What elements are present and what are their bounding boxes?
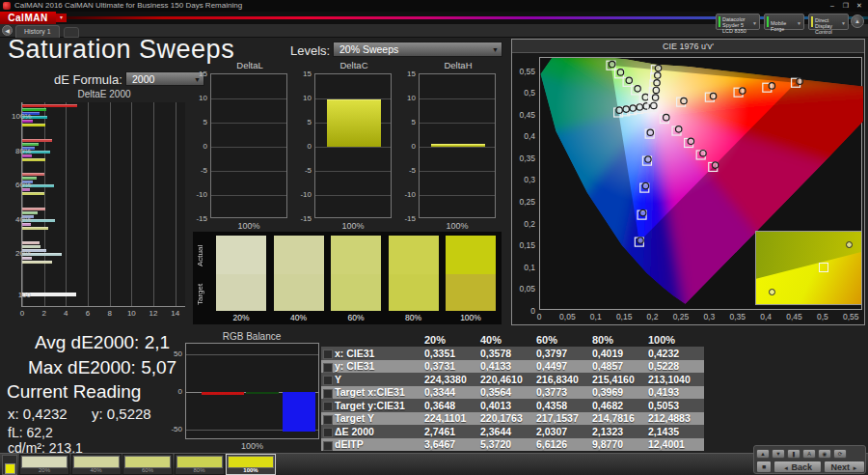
maximize-button[interactable]: ❐	[839, 1, 853, 11]
measured-yellow-80pct	[655, 72, 661, 78]
de-formula-value: 2000	[132, 73, 154, 85]
y-tick-label: -10	[401, 190, 416, 199]
x-tick-label: 10	[124, 309, 138, 318]
measured-blue-100pct	[637, 238, 643, 243]
cie-x-tick: 0	[529, 312, 550, 321]
back-label: Back	[791, 462, 812, 472]
meter-line2: LCD 8350	[722, 28, 749, 34]
y-tick-label: 0	[297, 142, 312, 151]
window-titlebar: CalMAN 2016 CalMAN Ultimate for Business…	[0, 0, 868, 12]
patch-thumb-60%[interactable]: 60%	[122, 454, 173, 475]
inset-measured-dot-0	[846, 241, 853, 248]
mini-bar	[431, 144, 485, 148]
measured-cyan-100pct	[616, 107, 622, 113]
cell-40%-y: CIE31: 0,4133	[480, 360, 536, 372]
row-label: y: CIE31	[333, 360, 424, 372]
swatch-compare-panel: Actual Target 20%40%60%80%100%	[193, 232, 502, 324]
stop-button[interactable]: ■	[756, 461, 772, 473]
de-bar-60%-magenta	[22, 188, 30, 191]
cell-60%-ΔE 2000: 2,0307	[536, 426, 592, 437]
nav-toolbar: ▲▼❚A◉⟳	[754, 446, 867, 460]
toolbar-icon-4[interactable]: ◉	[818, 449, 831, 459]
x-tick-label: 6	[81, 309, 95, 318]
mini-chart-DeltaC: DeltaC151050-5-10-15100%	[297, 60, 397, 234]
patch-thumb-100%[interactable]: 100%	[226, 454, 276, 475]
x-tick-label: 2	[38, 309, 51, 318]
read-continuous-button[interactable]: ▲	[851, 14, 864, 28]
cell-80%-Target y:CIE31: 0,4682	[592, 400, 648, 411]
swatch-label: 100%	[446, 313, 496, 322]
row-selector[interactable]	[321, 373, 333, 386]
cell-60%-Target y:CIE31: 0,4358	[536, 400, 592, 411]
display-control-dropdown[interactable]: Direct Display Control ▼	[808, 14, 849, 30]
levels-dropdown[interactable]: 20% Sweeps ▼	[333, 42, 502, 57]
next-button[interactable]: Next ►	[824, 461, 865, 473]
minimize-button[interactable]: –	[826, 1, 839, 11]
patch-thumb-40%[interactable]: 40%	[71, 454, 122, 475]
patch-thumb-20%[interactable]: 20%	[19, 454, 69, 475]
gridline	[22, 102, 23, 306]
meter-status-icon	[719, 16, 720, 27]
calman-logo[interactable]: CalMAN	[0, 12, 56, 24]
gridline	[211, 147, 286, 148]
toolbar-icon-0[interactable]: ▲	[756, 449, 770, 459]
source-dropdown[interactable]: Mobile Forge ▼	[764, 14, 804, 30]
de-bar-40%-cyan	[22, 219, 55, 222]
measured-blue-40pct	[645, 156, 651, 162]
y-tick-label: 0	[401, 142, 416, 151]
row-selector[interactable]	[321, 438, 333, 452]
dE-summary: Avg dE2000: 2,1 Max dE2000: 5,07	[15, 330, 189, 380]
toolbar-icon-1[interactable]: ▼	[772, 449, 785, 459]
row-selector[interactable]	[321, 412, 333, 426]
mini-xlabel: 100%	[419, 221, 496, 231]
avg-dE2000: Avg dE2000: 2,1	[15, 330, 189, 355]
patch-thumb-80%[interactable]: 80%	[175, 454, 225, 475]
cie-x-tick: 0,2	[642, 312, 664, 321]
row-selector[interactable]	[321, 360, 333, 374]
row-selector[interactable]	[321, 399, 333, 412]
rgb-balance-chart: RGB Balance 500-50 100%	[169, 331, 325, 453]
close-button[interactable]: ✕	[853, 1, 866, 11]
cie-y-tick: 0,45	[512, 110, 535, 120]
toolbar-icon-2[interactable]: ❚	[787, 449, 800, 459]
measured-magenta-80pct	[700, 151, 706, 156]
measured-yellow-100pct	[655, 65, 661, 70]
toolbar-icon-3[interactable]: A	[802, 449, 816, 459]
inset-measured-dot-1	[769, 289, 775, 295]
gridline	[88, 102, 89, 306]
rgb-balance-title: RGB Balance	[184, 331, 319, 342]
toolbar-icon-5[interactable]: ⟳	[833, 449, 847, 459]
measured-green-80pct	[617, 70, 623, 75]
row-selector[interactable]	[321, 347, 333, 360]
deltae2000-plot	[21, 102, 185, 307]
meter-dropdown[interactable]: Datacolor Spyder 5 LCD 8350 ▼	[716, 14, 760, 30]
target-swatch-80%	[389, 274, 439, 311]
y-tick-label: -15	[401, 214, 416, 223]
cie-x-tick: 0,3	[698, 312, 719, 321]
gridline	[420, 195, 495, 196]
row-selector[interactable]	[321, 425, 333, 438]
mini-title: DeltaL	[210, 60, 289, 70]
y-tick-label: 0	[169, 387, 182, 396]
y-tick-label: 10	[401, 94, 416, 102]
de-bar-20%-cyan	[22, 253, 62, 256]
table-row-ΔE 2000: ΔE 20002,74612,36442,03072,13232,1435	[321, 425, 704, 438]
row-selector[interactable]	[321, 386, 333, 400]
cie-y-tick: 0,4	[512, 131, 535, 141]
cie-x-tick: 0,5	[812, 312, 833, 321]
de-bar-40%-yellow	[22, 227, 48, 230]
next-label: Next	[831, 462, 851, 472]
logo-menu-arrow-icon[interactable]: ▾	[56, 14, 67, 22]
column-header-40%: 40%	[480, 334, 536, 346]
gridline	[420, 123, 495, 124]
deltae2000-chart: DeltaE 2000 100%80%60%40%20%100 02468101…	[12, 89, 197, 321]
swatch-label: 80%	[389, 313, 439, 322]
back-button[interactable]: ◄ Back	[773, 461, 822, 473]
de-bar-40%-blue	[22, 215, 34, 218]
column-header-80%: 80%	[592, 334, 648, 346]
cie-y-tick: 0,5	[512, 88, 535, 98]
current-fl: fL: 62,2	[8, 425, 53, 440]
de-bar-60%-yellow	[22, 192, 44, 195]
cell-100%-Target x:CIE31: 0,4193	[648, 386, 704, 398]
cie-y-tick: 0,3	[512, 175, 535, 184]
